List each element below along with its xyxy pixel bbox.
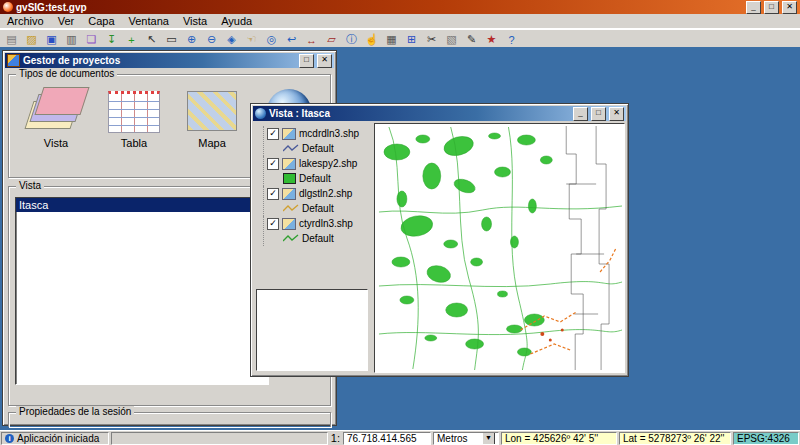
scale-input[interactable]: 76.718.414.565 — [343, 432, 431, 445]
info-icon[interactable]: ⓘ — [342, 31, 361, 49]
table-of-contents: ✓mcdrdln3.shpDefault✓lakespy2.shpDefault… — [254, 123, 373, 373]
menu-ver[interactable]: Ver — [51, 15, 82, 27]
layer-file-icon — [282, 218, 296, 230]
session-properties-label: Propiedades de la sesión — [16, 406, 134, 417]
layer-visibility-checkbox[interactable]: ✓ — [267, 188, 279, 200]
measure-distance-icon[interactable]: ↔ — [302, 31, 321, 49]
paste-icon[interactable]: ▧ — [442, 31, 461, 49]
vista-list-item[interactable]: Itasca — [16, 198, 268, 212]
zoom-select-icon[interactable]: ◈ — [222, 31, 241, 49]
open-project-icon[interactable]: ▨ — [22, 31, 41, 49]
layer-file-icon — [282, 188, 296, 200]
layer-symbol-fill — [283, 173, 296, 184]
layer-name[interactable]: ctyrdln3.shp — [299, 218, 353, 229]
status-message-cell: i Aplicación iniciada — [1, 432, 109, 445]
save-project-icon[interactable]: ▣ — [42, 31, 61, 49]
full-extent-icon[interactable]: ◎ — [262, 31, 281, 49]
doc-type-tabla[interactable]: Tabla — [95, 87, 173, 149]
doc-type-label: Mapa — [198, 137, 226, 149]
layer-legend-label: Default — [302, 203, 334, 214]
map-graphics — [375, 124, 624, 372]
menu-archivo[interactable]: Archivo — [0, 15, 51, 27]
vista-window: Vista : Itasca _ □ ✕ ✓mcdrdln3.shpDefaul… — [250, 103, 629, 377]
epsg-badge[interactable]: EPSG:4326 — [733, 432, 799, 445]
scale-value: 76.718.414.565 — [347, 433, 417, 444]
new-document-icon[interactable]: ▤ — [2, 31, 21, 49]
longitude-cell: Lon = 425626º 42' 5'' — [501, 432, 617, 445]
extensions-icon[interactable]: ★ — [482, 31, 501, 49]
script-editor-icon[interactable]: ✎ — [462, 31, 481, 49]
pan-icon[interactable]: ☜ — [242, 31, 261, 49]
minimize-button[interactable]: _ — [573, 107, 588, 121]
app-title: gvSIG:test.gvp — [16, 2, 87, 13]
zoom-out-icon[interactable]: ⊖ — [202, 31, 221, 49]
layer-legend-label: Default — [302, 233, 334, 244]
zoom-previous-icon[interactable]: ↩ — [282, 31, 301, 49]
layer-file-icon — [282, 158, 296, 170]
mapa-icon — [183, 87, 241, 133]
layer-legend-label: Default — [302, 143, 334, 154]
doc-type-label: Tabla — [121, 137, 147, 149]
measure-area-icon[interactable]: ▱ — [322, 31, 341, 49]
menu-capa[interactable]: Capa — [81, 15, 121, 27]
copy-icon[interactable]: ⊞ — [402, 31, 421, 49]
print-icon[interactable]: ▥ — [62, 31, 81, 49]
mdi-desktop: Gestor de proyectos □ ✕ Tipos de documen… — [0, 47, 800, 430]
minimize-button[interactable]: _ — [746, 1, 761, 14]
session-properties-group: Propiedades de la sesión — [8, 412, 331, 427]
layer-visibility-checkbox[interactable]: ✓ — [267, 128, 279, 140]
map-canvas[interactable] — [374, 123, 625, 373]
toc-layer: ✓mcdrdln3.shpDefault — [263, 126, 373, 156]
select-rectangle-icon[interactable]: ▭ — [162, 31, 181, 49]
layer-symbol-line — [283, 204, 299, 213]
tabla-icon — [105, 87, 163, 133]
project-manager-titlebar[interactable]: Gestor de proyectos □ ✕ — [5, 53, 334, 68]
maximize-button[interactable]: □ — [299, 54, 314, 68]
zoom-in-icon[interactable]: ⊕ — [182, 31, 201, 49]
app-icon — [3, 2, 13, 12]
project-manager-title: Gestor de proyectos — [23, 55, 120, 66]
menu-ayuda[interactable]: Ayuda — [214, 15, 259, 27]
close-button[interactable]: ✕ — [782, 1, 797, 14]
chevron-down-icon[interactable]: ▼ — [482, 432, 495, 445]
cut-icon[interactable]: ✂ — [422, 31, 441, 49]
maximize-button[interactable]: □ — [591, 107, 606, 121]
help-icon[interactable]: ? — [502, 31, 521, 49]
toc-layer: ✓lakespy2.shpDefault — [263, 156, 373, 186]
export-image-icon[interactable]: ↧ — [102, 31, 121, 49]
project-manager-icon — [7, 54, 20, 67]
layer-name[interactable]: lakespy2.shp — [299, 158, 357, 169]
layer-name[interactable]: mcdrdln3.shp — [299, 128, 359, 139]
doc-type-label: Vista — [44, 137, 68, 149]
scale-label: 1: — [330, 432, 341, 444]
add-layer-icon[interactable]: + — [122, 31, 141, 49]
toc-layer: ✓ctyrdln3.shpDefault — [263, 216, 373, 246]
maximize-button[interactable]: □ — [764, 1, 779, 14]
doc-type-vista[interactable]: Vista — [17, 87, 95, 149]
menu-vista[interactable]: Vista — [176, 15, 214, 27]
statusbar: i Aplicación iniciada 1: 76.718.414.565 … — [0, 430, 800, 445]
doc-type-mapa[interactable]: Mapa — [173, 87, 251, 149]
close-button[interactable]: ✕ — [317, 54, 332, 68]
close-button[interactable]: ✕ — [609, 107, 624, 121]
select-point-icon[interactable]: ☝ — [362, 31, 381, 49]
layer-legend-label: Default — [299, 173, 331, 184]
layer-visibility-checkbox[interactable]: ✓ — [267, 158, 279, 170]
layer-symbol-line — [283, 234, 299, 243]
layer-name[interactable]: dlgstln2.shp — [299, 188, 352, 199]
latitude-cell: Lat = 5278273º 26' 22'' — [619, 432, 731, 445]
toc-overview-panel — [256, 289, 368, 371]
layer-visibility-checkbox[interactable]: ✓ — [267, 218, 279, 230]
layer-symbol-line — [283, 144, 299, 153]
project-manager-icon[interactable]: ❏ — [82, 31, 101, 49]
longitude-value: Lon = 425626º 42' 5'' — [505, 433, 598, 444]
status-filler — [111, 432, 328, 445]
vista-window-icon — [255, 108, 266, 119]
vista-list[interactable]: Itasca — [15, 197, 269, 385]
units-value: Metros — [437, 433, 468, 444]
vista-titlebar[interactable]: Vista : Itasca _ □ ✕ — [253, 106, 626, 121]
select-arrow-icon[interactable]: ↖ — [142, 31, 161, 49]
units-dropdown[interactable]: Metros ▼ — [433, 432, 499, 445]
attribute-table-icon[interactable]: ▦ — [382, 31, 401, 49]
menu-ventana[interactable]: Ventana — [122, 15, 176, 27]
